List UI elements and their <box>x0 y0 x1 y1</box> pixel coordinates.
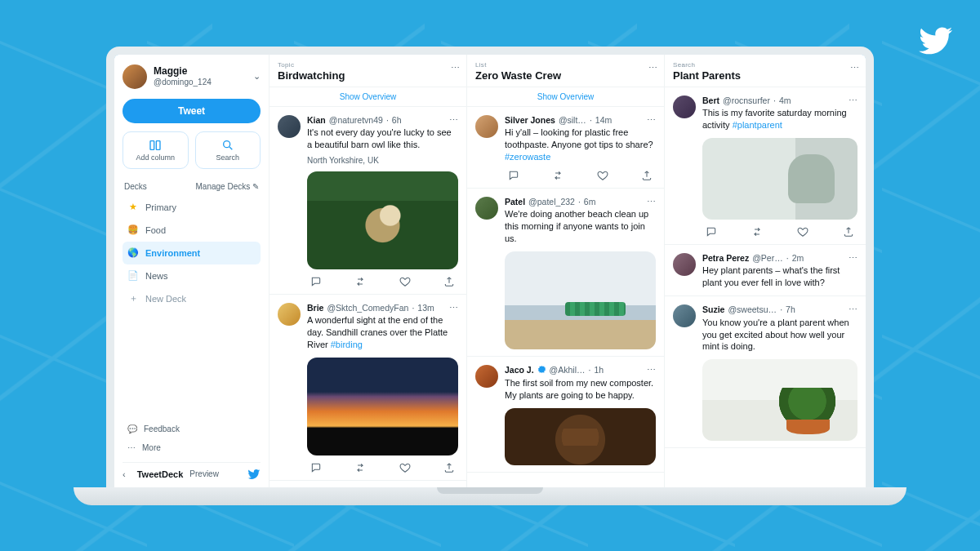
tweet-media[interactable] <box>307 171 458 269</box>
show-overview-link[interactable]: Show Overview <box>270 87 466 107</box>
tweet[interactable]: Patel @patel_232 · 6m ⋯ We're doing anot… <box>467 189 664 357</box>
add-column-button[interactable]: Add column <box>122 131 189 169</box>
collapse-icon[interactable]: ‹ <box>122 469 126 479</box>
retweet-icon[interactable] <box>354 462 366 473</box>
tweet[interactable]: Kian @naturetvn49 · 6h ⋯ It's not every … <box>270 107 466 295</box>
tweet[interactable]: Silver Jones @silt… · 14m ⋯ Hi y'all – l… <box>467 107 664 189</box>
column-settings-icon[interactable]: ⋯ <box>850 63 859 73</box>
share-icon[interactable] <box>443 276 455 287</box>
svg-line-3 <box>229 147 232 149</box>
columns-container: Topic Birdwatching ⋯ Show Overview Kian <box>270 55 866 487</box>
column-settings-icon[interactable]: ⋯ <box>648 63 657 73</box>
retweet-icon[interactable] <box>751 226 763 238</box>
new-deck-label: New Deck <box>145 294 186 304</box>
columns-icon <box>149 139 162 152</box>
avatar[interactable] <box>673 304 696 327</box>
like-icon[interactable] <box>399 462 411 473</box>
column-settings-icon[interactable]: ⋯ <box>451 63 460 73</box>
avatar[interactable] <box>278 115 301 138</box>
search-button[interactable]: Search <box>195 131 261 169</box>
tweet[interactable]: Petra Perez @Per… · 2m ⋯ Hey plant paren… <box>665 245 866 296</box>
tweet-more-icon[interactable]: ⋯ <box>647 115 656 126</box>
tweet-media[interactable] <box>505 251 656 349</box>
share-icon[interactable] <box>843 226 854 238</box>
hashtag-link[interactable]: #plantparent <box>733 120 782 130</box>
deck-item-environment[interactable]: 🌎 Environment <box>122 242 261 264</box>
feedback-link[interactable]: 💬 Feedback <box>122 420 261 438</box>
hashtag-link[interactable]: #zerowaste <box>505 152 550 162</box>
sidebar: Maggie @domingo_124 ⌄ Tweet Add column S… <box>114 55 270 487</box>
tweet-more-icon[interactable]: ⋯ <box>449 115 458 126</box>
tweet-more-icon[interactable]: ⋯ <box>647 197 656 207</box>
retweet-icon[interactable] <box>354 276 366 287</box>
svg-rect-0 <box>150 140 154 149</box>
tweet-author[interactable]: Suzie <box>702 304 724 315</box>
tweet-time: 7h <box>786 304 795 315</box>
tweet-media[interactable] <box>702 359 858 441</box>
more-link[interactable]: ⋯ More <box>122 438 261 457</box>
deck-item-primary[interactable]: ★ Primary <box>122 196 261 219</box>
star-icon: ★ <box>127 202 139 213</box>
avatar <box>122 64 147 89</box>
like-icon[interactable] <box>597 170 608 181</box>
tweet-handle: @Akhil… <box>550 365 586 375</box>
tweet-author[interactable]: Jaco J. <box>505 365 534 375</box>
avatar[interactable] <box>278 303 301 326</box>
avatar[interactable] <box>475 365 498 388</box>
tweet-media[interactable] <box>702 138 858 220</box>
show-overview-link[interactable]: Show Overview <box>467 87 664 107</box>
tweet-media[interactable] <box>307 358 458 455</box>
reply-icon[interactable] <box>706 226 717 238</box>
retweet-icon[interactable] <box>552 170 564 181</box>
tweet-time: 6m <box>584 197 596 207</box>
manage-decks-link[interactable]: Manage Decks ✎ <box>196 182 259 191</box>
tweet-author[interactable]: Kian <box>307 115 326 126</box>
tweet-more-icon[interactable]: ⋯ <box>849 304 858 315</box>
like-icon[interactable] <box>399 276 411 287</box>
avatar[interactable] <box>673 96 696 118</box>
tweet[interactable]: Suzie @sweetsu… · 7h ⋯ You know you're a… <box>665 296 866 448</box>
tweet[interactable]: Brie @Sktch_ComedyFan · 13m ⋯ A wonderfu… <box>270 295 466 481</box>
like-icon[interactable] <box>797 226 808 238</box>
tweet-handle: @rocnsurfer <box>723 96 770 106</box>
add-column-label: Add column <box>136 153 175 162</box>
column-header[interactable]: Topic Birdwatching ⋯ <box>270 55 466 87</box>
avatar[interactable] <box>673 253 696 276</box>
plus-icon: ＋ <box>127 293 139 304</box>
tweet[interactable]: Jaco J. @Akhil… · 1h ⋯ The first soil fr… <box>467 357 664 473</box>
tweet-author[interactable]: Patel <box>505 197 525 207</box>
tweet-more-icon[interactable]: ⋯ <box>849 253 858 264</box>
tweet-more-icon[interactable]: ⋯ <box>449 303 458 313</box>
avatar[interactable] <box>475 115 498 138</box>
tweet-author[interactable]: Brie <box>307 303 323 313</box>
column-header[interactable]: Search Plant Parents ⋯ <box>665 55 866 87</box>
deck-item-news[interactable]: 📄 News <box>122 264 261 287</box>
reply-icon[interactable] <box>310 462 322 473</box>
svg-rect-1 <box>157 140 161 149</box>
reply-icon[interactable] <box>310 276 322 287</box>
laptop-frame: Maggie @domingo_124 ⌄ Tweet Add column S… <box>106 47 874 505</box>
tweet[interactable]: Bert @rocnsurfer · 4m ⋯ This is my favor… <box>665 87 866 245</box>
reply-icon[interactable] <box>508 170 519 181</box>
hashtag-link[interactable]: #birding <box>331 340 363 349</box>
column-header[interactable]: List Zero Waste Crew ⋯ <box>467 55 664 87</box>
share-icon[interactable] <box>641 170 653 181</box>
share-icon[interactable] <box>443 462 455 473</box>
verified-icon <box>537 365 546 376</box>
deck-item-food[interactable]: 🍔 Food <box>122 219 261 242</box>
chevron-down-icon: ⌄ <box>253 71 261 82</box>
new-deck-button[interactable]: ＋ New Deck <box>122 287 261 310</box>
account-switcher[interactable]: Maggie @domingo_124 ⌄ <box>122 64 261 89</box>
tweet-author[interactable]: Petra Perez <box>702 253 749 264</box>
tweet-more-icon[interactable]: ⋯ <box>849 96 858 106</box>
avatar[interactable] <box>475 197 498 220</box>
tweet-more-icon[interactable]: ⋯ <box>647 365 656 375</box>
tweet-author[interactable]: Bert <box>702 96 719 106</box>
twitter-bird-icon <box>247 468 261 481</box>
tweet-button[interactable]: Tweet <box>122 99 261 123</box>
brand-name: TweetDeck <box>137 469 184 479</box>
tweet-actions <box>702 226 858 238</box>
tweet-media[interactable] <box>505 408 656 465</box>
tweet-author[interactable]: Silver Jones <box>505 115 555 126</box>
column-birdwatching: Topic Birdwatching ⋯ Show Overview Kian <box>270 55 467 487</box>
